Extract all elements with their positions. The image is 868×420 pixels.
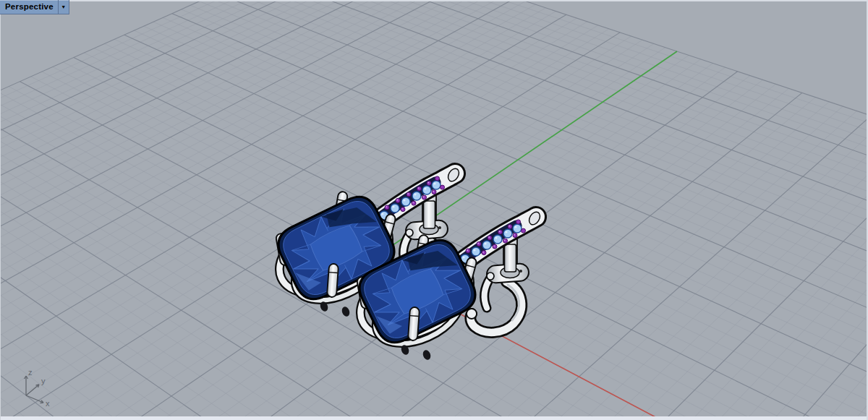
perspective-viewport[interactable]: Perspective ▼ z y x [0, 0, 868, 420]
grid-line [172, 14, 868, 401]
gizmo-z-label: z [28, 368, 33, 377]
grid-line [87, 135, 868, 420]
viewport-border-top [0, 0, 868, 1]
viewport-border-bottom [0, 416, 868, 420]
viewport-border-left [0, 0, 1, 420]
viewport-title-tab[interactable]: Perspective ▼ [0, 0, 69, 14]
viewport-canvas[interactable] [0, 0, 868, 420]
gizmo-y-label: y [41, 377, 46, 385]
viewport-title[interactable]: Perspective [0, 2, 58, 12]
grid-line [0, 1, 526, 420]
grid-line [200, 1, 868, 371]
grid-line [84, 53, 868, 420]
grid-line [0, 8, 546, 420]
grid-line [182, 9, 868, 390]
gizmo-x-label: x [46, 399, 50, 408]
grid-line [190, 5, 868, 380]
world-axes-gizmo: z y x [16, 366, 67, 416]
grid-line [0, 0, 414, 371]
viewport-menu-dropdown-icon[interactable]: ▼ [59, 0, 69, 14]
